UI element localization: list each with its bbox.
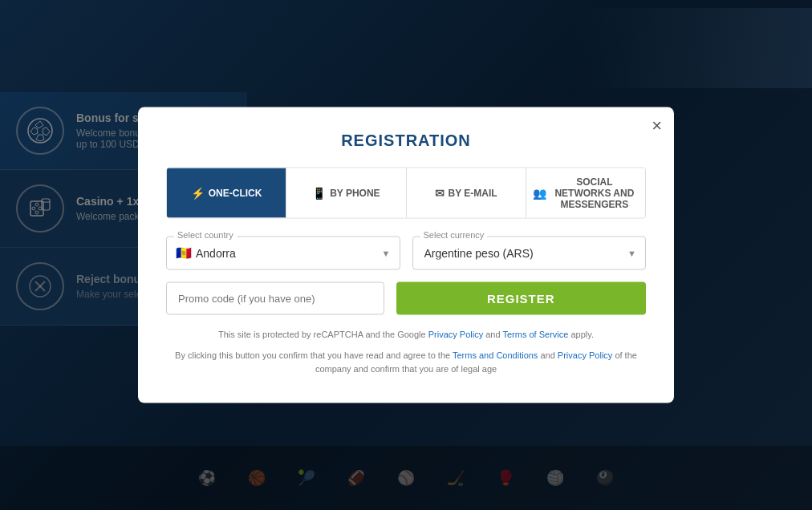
- country-label: Select country: [174, 230, 237, 240]
- recaptcha-apply: apply.: [570, 330, 594, 339]
- tab-by-phone-label: BY PHONE: [330, 188, 380, 199]
- modal-title: REGISTRATION: [166, 132, 646, 150]
- consent-start: By clicking this button you confirm that…: [175, 350, 450, 360]
- registration-tabs: ⚡ ONE-CLICK 📱 BY PHONE ✉ BY E-MAIL 👥 SOC…: [166, 168, 646, 219]
- tab-one-click-label: ONE-CLICK: [209, 188, 262, 199]
- recaptcha-notice: This site is protected by reCAPTCHA and …: [166, 330, 646, 339]
- register-button[interactable]: REGISTER: [396, 282, 647, 315]
- lightning-icon: ⚡: [191, 187, 205, 200]
- tab-one-click[interactable]: ⚡ ONE-CLICK: [167, 168, 286, 218]
- promo-code-input[interactable]: [166, 282, 384, 315]
- currency-select[interactable]: Argentine peso (ARS): [412, 237, 647, 270]
- tab-by-email[interactable]: ✉ BY E-MAIL: [407, 168, 526, 218]
- country-currency-row: Select country 🇦🇩 Andorra Select currenc…: [166, 237, 646, 270]
- recaptcha-and: and: [485, 330, 500, 339]
- country-group: Select country 🇦🇩 Andorra: [166, 237, 400, 270]
- promo-register-row: REGISTER: [166, 282, 646, 315]
- country-select-wrapper: 🇦🇩 Andorra: [166, 237, 400, 270]
- privacy-policy-link[interactable]: Privacy Policy: [428, 330, 483, 339]
- recaptcha-text-start: This site is protected by reCAPTCHA and …: [218, 330, 426, 339]
- tab-social-label: SOCIAL NETWORKS AND MESSENGERS: [550, 176, 639, 210]
- registration-modal: × REGISTRATION ⚡ ONE-CLICK 📱 BY PHONE ✉ …: [138, 107, 674, 403]
- consent-and2: and: [540, 350, 554, 360]
- tab-by-email-label: BY E-MAIL: [449, 188, 497, 199]
- country-flag: 🇦🇩: [176, 245, 192, 261]
- tab-social[interactable]: 👥 SOCIAL NETWORKS AND MESSENGERS: [526, 168, 645, 218]
- terms-conditions-link[interactable]: Terms and Conditions: [453, 350, 538, 360]
- terms-of-service-link[interactable]: Terms of Service: [502, 330, 568, 339]
- promo-input-group: [166, 282, 384, 315]
- tab-by-phone[interactable]: 📱 BY PHONE: [286, 168, 406, 218]
- consent-notice: By clicking this button you confirm that…: [166, 349, 646, 375]
- currency-select-wrapper: Argentine peso (ARS): [412, 237, 647, 270]
- currency-label: Select currency: [420, 230, 488, 240]
- currency-group: Select currency Argentine peso (ARS): [412, 237, 647, 270]
- close-button[interactable]: ×: [652, 117, 662, 135]
- country-select[interactable]: Andorra: [166, 237, 400, 270]
- social-icon: 👥: [533, 187, 546, 200]
- email-icon: ✉: [435, 187, 445, 200]
- privacy-policy2-link[interactable]: Privacy Policy: [558, 350, 612, 360]
- phone-icon: 📱: [312, 187, 326, 200]
